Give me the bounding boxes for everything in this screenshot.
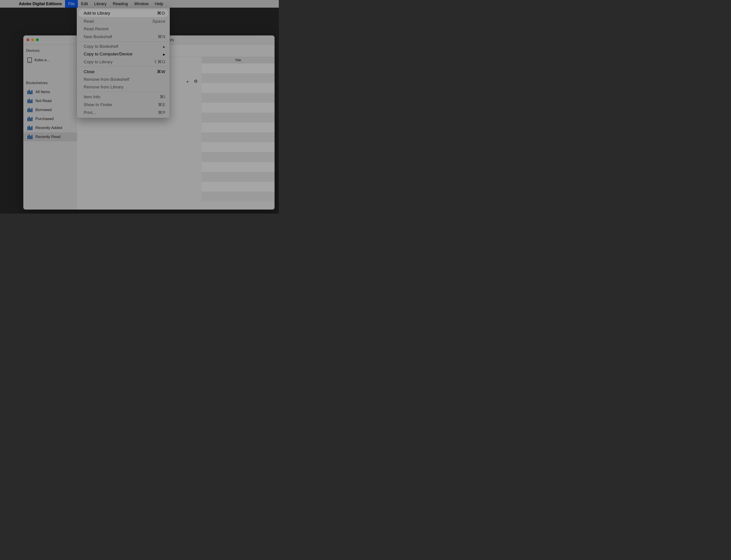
table-row[interactable] (202, 113, 275, 123)
menu-item-shortcut: Space (152, 19, 166, 24)
menu-item-read: ReadSpace (77, 18, 170, 25)
file-menu-dropdown: Add to Library⌘OReadSpaceRead RecentNew … (77, 8, 170, 118)
table-row[interactable] (202, 83, 275, 93)
menu-reading[interactable]: Reading (110, 0, 131, 8)
table-row[interactable] (202, 103, 275, 113)
table-row[interactable] (202, 142, 275, 152)
device-item[interactable]: Kobo e… (23, 55, 77, 65)
menu-item-label: Close (84, 69, 95, 74)
bookshelf-icon (27, 135, 33, 139)
table-row[interactable] (202, 162, 275, 172)
menu-help[interactable]: Help (152, 0, 166, 8)
sidebar-item-not-read[interactable]: Not Read (23, 96, 77, 105)
menu-library[interactable]: Library (91, 0, 110, 8)
table-row[interactable] (202, 152, 275, 162)
menu-item-shortcut: ⌘E (158, 102, 166, 107)
menu-item-read-recent: Read Recent (77, 25, 170, 33)
device-icon (27, 57, 32, 63)
plus-icon[interactable]: ＋ (185, 79, 190, 85)
table-row[interactable] (202, 172, 275, 182)
menu-edit[interactable]: Edit (78, 0, 91, 8)
menu-item-shortcut: ⌘W (157, 69, 166, 74)
sidebar-item-label: Recently Added (35, 126, 62, 130)
menu-window[interactable]: Window (131, 0, 152, 8)
chevron-right-icon: ▶ (163, 44, 166, 49)
bookshelf-icon (27, 90, 33, 94)
menu-item-label: Add to Library (84, 11, 110, 16)
menu-item-item-info: Item Info⌘I (77, 93, 170, 101)
table-rows (202, 63, 275, 201)
table: Title (202, 57, 275, 210)
menu-item-new-bookshelf: New Bookshelf⌘N (77, 33, 170, 41)
sidebar-item-label: Not Read (35, 99, 52, 103)
menu-item-add-to-library[interactable]: Add to Library⌘O (78, 9, 168, 17)
minimize-icon[interactable] (31, 38, 34, 41)
sidebar-item-label: Borrowed (35, 108, 52, 112)
app-name[interactable]: Adobe Digital Editions (16, 0, 65, 8)
menu-item-shortcut: ⌘O (157, 11, 165, 16)
menu-item-label: Read (84, 19, 94, 24)
devices-header: Devices (23, 44, 77, 55)
menu-item-label: New Bookshelf (84, 34, 112, 39)
sidebar-item-label: Recently Read (35, 135, 61, 139)
sidebar-item-recently-added[interactable]: Recently Added (23, 123, 77, 132)
sidebar-item-recently-read[interactable]: Recently Read (23, 132, 77, 141)
menu-item-shortcut: ⌘I (160, 94, 166, 99)
menu-file[interactable]: File (65, 0, 78, 8)
menu-item-label: Remove from Bookshelf (84, 77, 129, 82)
menu-item-label: Copy to Computer/Device (84, 52, 133, 57)
menu-item-remove-from-library: Remove from Library (77, 83, 170, 91)
bookshelves-header: Bookshelves (23, 77, 77, 87)
traffic-lights (26, 38, 39, 41)
menu-item-label: Print... (84, 110, 96, 115)
menu-item-label: Item Info (84, 94, 100, 99)
close-icon[interactable] (26, 38, 29, 41)
bookshelf-icon (27, 126, 33, 130)
table-row[interactable] (202, 73, 275, 83)
bookshelf-icon (27, 108, 33, 112)
menu-item-shortcut: ⌘P (158, 110, 166, 115)
table-row[interactable] (202, 182, 275, 192)
column-title[interactable]: Title (202, 58, 275, 62)
menu-item-remove-from-bookshelf: Remove from Bookshelf (77, 76, 170, 83)
bookshelf-icon (27, 99, 33, 103)
sidebar-item-label: Purchased (35, 117, 54, 121)
table-row[interactable] (202, 123, 275, 132)
table-row[interactable] (202, 192, 275, 201)
chevron-right-icon: ▶ (163, 52, 166, 57)
menu-item-label: Copy to Library (84, 59, 113, 64)
sidebar-item-borrowed[interactable]: Borrowed (23, 105, 77, 114)
shelf-actions: ＋ ⚙︎ (185, 79, 198, 85)
menu-item-print: Print...⌘P (77, 109, 170, 116)
table-row[interactable] (202, 93, 275, 103)
menu-item-copy-to-bookshelf: Copy to Bookshelf▶ (77, 43, 170, 50)
menu-item-label: Remove from Library (84, 85, 123, 90)
gear-icon[interactable]: ⚙︎ (194, 79, 198, 85)
table-header: Title (202, 57, 275, 63)
sidebar-item-purchased[interactable]: Purchased (23, 114, 77, 123)
menu-item-copy-to-computer-device[interactable]: Copy to Computer/Device▶ (77, 50, 170, 58)
menu-item-close[interactable]: Close⌘W (77, 68, 170, 76)
menu-item-label: Copy to Bookshelf (84, 44, 118, 49)
menu-item-shortcut: ⇧⌘O (154, 59, 166, 64)
menubar-items: Adobe Digital Editions File Edit Library… (16, 0, 166, 8)
menu-item-label: Read Recent (84, 26, 109, 31)
menu-item-label: Show In Finder (84, 102, 112, 107)
sidebar-item-all-items[interactable]: All Items (23, 87, 77, 96)
fullscreen-icon[interactable] (36, 38, 39, 41)
sidebar-item-label: All Items (35, 90, 50, 94)
menu-item-show-in-finder: Show In Finder⌘E (77, 101, 170, 109)
table-row[interactable] (202, 132, 275, 142)
sidebar: Devices Kobo e… Bookshelves All ItemsNot… (23, 44, 77, 210)
menu-item-shortcut: ⌘N (158, 34, 166, 39)
menu-item-copy-to-library: Copy to Library⇧⌘O (77, 58, 170, 66)
table-row[interactable] (202, 63, 275, 73)
menubar: Adobe Digital Editions File Edit Library… (0, 0, 279, 8)
bookshelf-icon (27, 117, 33, 121)
device-label: Kobo e… (35, 58, 50, 62)
